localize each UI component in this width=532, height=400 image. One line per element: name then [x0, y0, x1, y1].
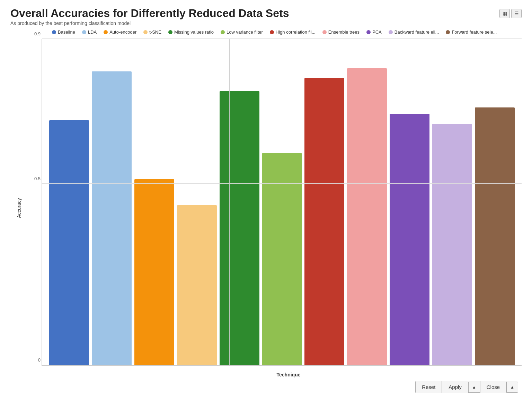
legend-label: Missing values ratio	[174, 29, 214, 35]
toolbar-icon-list[interactable]: ☰	[511, 9, 522, 18]
legend-label: Low variance filter	[227, 29, 263, 35]
bar[interactable]	[347, 68, 387, 365]
legend-dot	[366, 30, 371, 34]
grid-line	[42, 38, 522, 39]
bar[interactable]	[134, 179, 174, 365]
x-axis-label: Technique	[55, 372, 522, 377]
bar[interactable]	[432, 124, 472, 365]
legend-label: Baseline	[58, 29, 75, 35]
bar[interactable]	[475, 107, 515, 365]
legend-label: t-SNE	[149, 29, 161, 35]
legend-dot	[270, 30, 274, 34]
legend-item: Missing values ratio	[168, 29, 214, 35]
legend-dot	[446, 30, 450, 34]
legend-item: Auto-encoder	[104, 29, 136, 35]
chart-divider	[229, 39, 230, 365]
reset-button[interactable]: Reset	[415, 381, 442, 393]
y-tick-label: 0	[28, 357, 41, 363]
apply-button[interactable]: Apply	[442, 381, 468, 393]
legend-dot	[143, 30, 148, 34]
legend-dot	[52, 30, 56, 34]
legend-item: t-SNE	[143, 29, 161, 35]
legend-area: BaselineLDAAuto-encodert-SNEMissing valu…	[10, 29, 522, 35]
bar[interactable]	[177, 205, 217, 365]
bar[interactable]	[220, 91, 259, 365]
bar[interactable]	[92, 71, 132, 365]
legend-item: PCA	[366, 29, 382, 35]
legend-item: High correlation fil...	[270, 29, 316, 35]
legend-item: Backward feature eli...	[389, 29, 439, 35]
legend-label: High correlation fil...	[276, 29, 316, 35]
y-axis-label: Accuracy	[14, 39, 24, 377]
legend-dot	[168, 30, 172, 34]
close-button[interactable]: Close	[480, 381, 506, 393]
legend-label: LDA	[88, 29, 97, 35]
chart-title: Overall Accuracies for Differently Reduc…	[10, 7, 289, 20]
bottom-toolbar: Reset Apply ▲ Close ▲	[10, 377, 522, 397]
y-tick-label: 0.9	[28, 31, 41, 36]
legend-item: LDA	[82, 29, 97, 35]
bar[interactable]	[304, 78, 344, 365]
bar[interactable]	[262, 153, 302, 365]
legend-dot	[221, 30, 225, 34]
legend-dot	[389, 30, 393, 34]
close-arrow-button[interactable]: ▲	[506, 382, 518, 393]
legend-dot	[104, 30, 108, 34]
apply-arrow-button[interactable]: ▲	[468, 382, 480, 393]
legend-item: Ensemble trees	[322, 29, 360, 35]
legend-label: Ensemble trees	[328, 29, 360, 35]
legend-item: Low variance filter	[221, 29, 263, 35]
bar[interactable]	[49, 120, 89, 365]
legend-label: PCA	[372, 29, 382, 35]
legend-item: Forward feature sele...	[446, 29, 497, 35]
legend-label: Auto-encoder	[109, 29, 136, 35]
toolbar-icon-grid[interactable]: ▦	[499, 9, 510, 18]
y-tick-label: 0.5	[28, 176, 41, 181]
legend-label: Forward feature sele...	[452, 29, 497, 35]
grid-line	[42, 183, 522, 184]
bar[interactable]	[390, 114, 429, 365]
chart-subtitle: As produced by the best performing class…	[10, 20, 289, 26]
legend-item: Baseline	[52, 29, 75, 35]
legend-dot	[82, 30, 86, 34]
legend-label: Backward feature eli...	[394, 29, 439, 35]
legend-dot	[322, 30, 327, 34]
